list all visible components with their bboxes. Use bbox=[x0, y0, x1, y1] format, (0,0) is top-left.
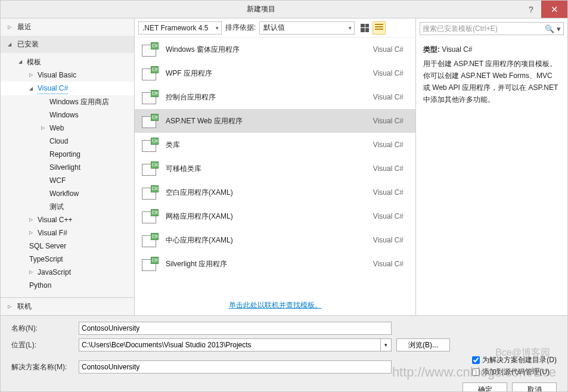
tree-ts[interactable]: TypeScript bbox=[1, 253, 134, 266]
sort-label: 排序依据: bbox=[225, 23, 256, 33]
chevron-right-icon: ▷ bbox=[29, 70, 35, 80]
create-dir-checkbox[interactable] bbox=[472, 356, 480, 364]
help-button[interactable]: ? bbox=[521, 1, 541, 18]
template-name: Silverlight 应用程序 bbox=[166, 259, 366, 269]
template-icon: C# bbox=[142, 209, 159, 223]
tree-csharp-child[interactable]: Cloud bbox=[1, 135, 134, 148]
template-name: 类库 bbox=[166, 140, 366, 150]
list-view-button[interactable] bbox=[373, 21, 386, 35]
template-list[interactable]: C#Windows 窗体应用程序Visual C#C#WPF 应用程序Visua… bbox=[135, 38, 415, 295]
template-icon: C# bbox=[142, 90, 159, 104]
chevron-right-icon: ▷ bbox=[29, 228, 35, 238]
template-description: 用于创建 ASP.NET 应用程序的项目模板。你可以创建 ASP.NET Web… bbox=[423, 58, 560, 105]
template-name: ASP.NET Web 应用程序 bbox=[166, 116, 366, 126]
template-name: WPF 应用程序 bbox=[166, 69, 366, 79]
cancel-button[interactable]: 取消 bbox=[512, 382, 557, 392]
template-item[interactable]: C#Windows 窗体应用程序Visual C# bbox=[135, 38, 415, 61]
chevron-right-icon: ▷ bbox=[41, 123, 47, 133]
ok-button[interactable]: 确定 bbox=[463, 382, 507, 392]
grid-icon bbox=[361, 24, 369, 32]
template-item[interactable]: C#可移植类库Visual C# bbox=[135, 157, 415, 181]
online-search-link[interactable]: 单击此处以联机并查找模板。 bbox=[135, 295, 415, 315]
window-title: 新建项目 bbox=[1, 4, 521, 14]
tree-templates[interactable]: ◢模板 bbox=[1, 55, 134, 69]
template-lang: Visual C# bbox=[373, 45, 408, 54]
name-input[interactable] bbox=[79, 322, 392, 335]
left-nav-panel: ▷最近 ◢已安装 ◢模板 ▷Visual Basic ◢Visual C# Wi… bbox=[1, 18, 135, 315]
template-name: 网格应用程序(XAML) bbox=[166, 211, 366, 222]
tree-cpp[interactable]: ▷Visual C++ bbox=[1, 213, 134, 226]
search-box[interactable]: 🔍 ▾ bbox=[420, 22, 564, 35]
template-icon: C# bbox=[142, 66, 159, 80]
nav-recent[interactable]: ▷最近 bbox=[1, 18, 134, 36]
template-icon: C# bbox=[142, 233, 159, 247]
template-lang: Visual C# bbox=[373, 164, 408, 173]
tree-csharp-child[interactable]: Workflow bbox=[1, 187, 134, 200]
template-lang: Visual C# bbox=[373, 93, 408, 101]
bottom-form: 名称(N): 位置(L): ▾ 浏览(B)... 解决方案名称(M): 为解决方… bbox=[1, 315, 567, 392]
template-lang: Visual C# bbox=[373, 141, 408, 149]
tree-vb[interactable]: ▷Visual Basic bbox=[1, 69, 134, 82]
center-panel: .NET Framework 4.5 排序依据: 默认值 C#Windows 窗… bbox=[135, 18, 415, 315]
grid-view-button[interactable] bbox=[358, 21, 371, 35]
template-item[interactable]: C#中心应用程序(XAML)Visual C# bbox=[135, 228, 415, 252]
template-lang: Visual C# bbox=[373, 212, 408, 220]
template-item[interactable]: C#ASP.NET Web 应用程序Visual C# bbox=[135, 109, 415, 133]
template-name: 中心应用程序(XAML) bbox=[166, 235, 366, 245]
solution-input[interactable] bbox=[79, 360, 392, 374]
chevron-right-icon: ▷ bbox=[29, 267, 35, 278]
template-lang: Visual C# bbox=[373, 236, 408, 244]
view-buttons bbox=[358, 21, 386, 35]
template-icon: C# bbox=[142, 138, 159, 152]
template-item[interactable]: C#Silverlight 应用程序Visual C# bbox=[135, 252, 415, 276]
tree-csharp-child[interactable]: Silverlight bbox=[1, 161, 134, 174]
location-input[interactable] bbox=[79, 338, 381, 351]
close-button[interactable]: ✕ bbox=[541, 1, 567, 18]
chevron-right-icon: ▷ bbox=[8, 304, 14, 309]
solution-label: 解决方案名称(M): bbox=[11, 362, 74, 372]
template-icon: C# bbox=[142, 42, 159, 57]
search-icon: 🔍 ▾ bbox=[545, 24, 561, 33]
template-icon: C# bbox=[142, 114, 159, 128]
template-lang: Visual C# bbox=[373, 188, 408, 197]
tree-sql[interactable]: SQL Server bbox=[1, 239, 134, 253]
chevron-right-icon: ▷ bbox=[29, 214, 35, 225]
template-item[interactable]: C#控制台应用程序Visual C# bbox=[135, 85, 415, 109]
template-icon: C# bbox=[142, 185, 159, 200]
template-name: 空白应用程序(XAML) bbox=[166, 188, 366, 198]
nav-installed[interactable]: ◢已安装 bbox=[1, 36, 134, 53]
tree-csharp[interactable]: ◢Visual C# bbox=[1, 82, 134, 95]
chevron-right-icon: ▷ bbox=[8, 24, 14, 30]
search-input[interactable] bbox=[423, 24, 561, 33]
nav-online[interactable]: ▷联机 bbox=[1, 297, 134, 315]
tree-csharp-child[interactable]: Windows bbox=[1, 108, 134, 122]
tree-fsharp[interactable]: ▷Visual F# bbox=[1, 226, 134, 239]
template-info: 类型: Visual C# 用于创建 ASP.NET 应用程序的项目模板。你可以… bbox=[416, 39, 567, 110]
chevron-down-icon: ◢ bbox=[18, 57, 24, 67]
template-lang: Visual C# bbox=[373, 69, 408, 77]
template-lang: Visual C# bbox=[373, 260, 408, 268]
location-dropdown-arrow[interactable]: ▾ bbox=[381, 338, 392, 351]
template-item[interactable]: C#空白应用程序(XAML)Visual C# bbox=[135, 181, 415, 204]
name-label: 名称(N): bbox=[11, 323, 74, 334]
title-bar: 新建项目 ? ✕ bbox=[1, 1, 567, 18]
add-scm-checkbox[interactable] bbox=[472, 368, 480, 376]
template-icon: C# bbox=[142, 161, 159, 176]
tree-csharp-child[interactable]: 测试 bbox=[1, 200, 134, 213]
chevron-down-icon: ◢ bbox=[29, 83, 35, 94]
template-icon: C# bbox=[142, 257, 159, 271]
browse-button[interactable]: 浏览(B)... bbox=[396, 338, 450, 351]
tree-js[interactable]: ▷JavaScript bbox=[1, 266, 134, 279]
sort-dropdown[interactable]: 默认值 bbox=[259, 21, 355, 35]
list-icon bbox=[375, 24, 383, 32]
tree-csharp-child[interactable]: Windows 应用商店 bbox=[1, 95, 134, 108]
framework-dropdown[interactable]: .NET Framework 4.5 bbox=[138, 21, 222, 35]
template-item[interactable]: C#类库Visual C# bbox=[135, 133, 415, 157]
tree-csharp-child[interactable]: WCF bbox=[1, 174, 134, 187]
template-name: Windows 窗体应用程序 bbox=[166, 45, 366, 55]
tree-csharp-child[interactable]: Reporting bbox=[1, 148, 134, 161]
template-item[interactable]: C#网格应用程序(XAML)Visual C# bbox=[135, 204, 415, 228]
tree-csharp-child[interactable]: ▷Web bbox=[1, 122, 134, 135]
template-item[interactable]: C#WPF 应用程序Visual C# bbox=[135, 61, 415, 85]
tree-python[interactable]: Python bbox=[1, 279, 134, 292]
